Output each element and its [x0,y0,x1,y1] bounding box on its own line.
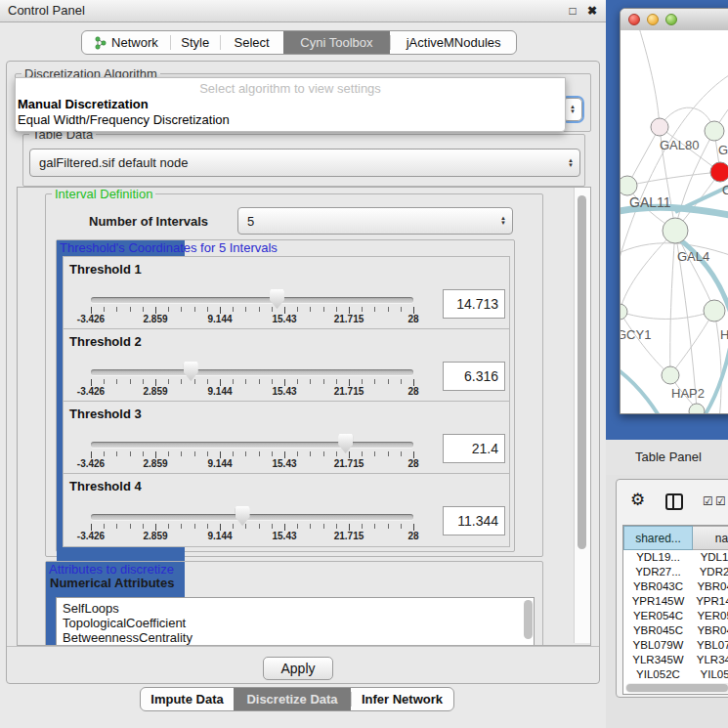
tab-style[interactable]: Style [171,31,220,54]
table-cell[interactable]: YBL079W [623,638,693,653]
node-label: HAP2 [671,386,705,401]
apply-button[interactable]: Apply [263,657,333,680]
threshold-3-slider-thumb[interactable] [338,434,353,453]
threshold-4-panel: Threshold 4 -3.4262.8599.14415.4321.7152… [63,473,510,547]
table-cell[interactable]: YDR27... [623,565,693,579]
attributes-list-scrollbar[interactable] [524,600,533,639]
algorithm-popup-prompt: Select algorithm to view settings [16,78,565,97]
tab-cyni-toolbox[interactable]: Cyni Toolbox [283,31,391,54]
table-cell[interactable]: YBL079W [693,638,728,653]
network-node[interactable] [689,404,705,413]
tab-impute-data[interactable]: Impute Data [141,688,234,710]
table-cell[interactable]: YBR043C [623,579,693,594]
table-row[interactable]: YBR045CYBR045C [623,623,728,638]
table-cell[interactable]: YIL052C [623,667,693,682]
threshold-2-value-field[interactable]: 6.316 [443,362,505,391]
threshold-3-slider-track[interactable] [91,442,413,448]
tab-select[interactable]: Select [221,31,283,54]
table-cell[interactable]: YBR045C [693,623,728,638]
network-node[interactable] [621,304,627,320]
threshold-2-slider-thumb[interactable] [184,362,198,381]
network-node[interactable] [621,176,637,195]
table-data-combobox[interactable]: galFiltered.sif default node ▲ ▼ [29,149,580,177]
network-node[interactable] [651,118,668,136]
network-node-selected[interactable] [710,162,728,182]
table-row[interactable]: YBR043CYBR043C [623,579,728,594]
column-header-shared-name[interactable]: shared... [623,526,693,550]
node-label: GCY1 [621,327,651,342]
gear-icon[interactable]: ⚙ [630,491,645,510]
apply-row-divider [7,646,599,647]
algorithm-option-manual[interactable]: Manual Discretization [16,97,565,112]
tab-jactivemnodules[interactable]: jActiveMNodules [391,31,516,54]
table-panel-title: Table Panel [606,440,728,475]
tab-discretize-data[interactable]: Discretize Data [234,688,351,710]
node-label: GA [718,143,728,157]
threshold-4-value-field[interactable]: 11.344 [443,506,505,535]
table-cell[interactable]: YPR145W [693,594,728,609]
table-row[interactable]: YER054CYER054C [623,609,728,623]
number-of-intervals-combobox[interactable]: 5 ▲ ▼ [237,207,513,235]
network-node[interactable] [663,218,688,243]
algorithm-combobox-button[interactable]: ▲ ▼ [563,98,582,121]
network-view-window: GAL80 GA C GAL11 GAL4 GCY1 H HAP2 [620,8,728,414]
table-row[interactable]: YDL19...YDL19... [623,550,728,565]
spinner-down-icon: ▼ [570,109,576,114]
close-window-icon[interactable]: ✖ [584,2,600,20]
threshold-1-slider-thumb[interactable] [270,289,284,309]
close-traffic-light-icon[interactable] [628,14,640,25]
column-header-name[interactable]: na [693,526,728,550]
minimize-traffic-light-icon[interactable] [647,14,659,25]
network-graph: GAL80 GA C GAL11 GAL4 GCY1 H HAP2 [621,30,728,413]
table-cell[interactable]: YPR145W [623,594,693,609]
network-node[interactable] [704,300,725,321]
algorithm-dropdown-popup: Select algorithm to view settings Manual… [15,77,566,132]
network-window-titlebar [621,9,728,31]
threshold-1-slider-track[interactable] [91,297,413,303]
table-row[interactable]: YPR145WYPR145W [623,594,728,609]
settings-vertical-scrollbar[interactable] [574,188,590,643]
table-cell[interactable]: YIL052C [693,667,728,682]
table-cell[interactable]: YLR345W [693,653,728,667]
table-scrollbar-thumb[interactable] [626,684,728,692]
list-item[interactable]: SelfLoops [57,601,534,616]
table-cell[interactable]: YDR27... [693,565,728,579]
split-column-icon[interactable] [665,493,683,510]
threshold-1-value-field[interactable]: 14.713 [443,289,505,319]
spinner-down-icon: ▼ [500,221,506,226]
algorithm-option-equal-width[interactable]: Equal Width/Frequency Discretization [16,112,565,128]
tab-network-label: Network [111,35,158,50]
table-cell[interactable]: YDL19... [693,550,728,565]
list-item[interactable]: BetweennessCentrality [57,630,534,645]
tab-network[interactable]: Network [82,31,170,54]
threshold-3-value-field[interactable]: 21.4 [443,434,505,463]
checkbox-icon[interactable]: ☑ [703,494,713,508]
network-node[interactable] [662,366,679,384]
threshold-2-slider-track[interactable] [91,369,413,375]
table-cell[interactable]: YDL19... [623,550,693,565]
table-row[interactable]: YBL079WYBL079W [623,638,728,653]
zoom-traffic-light-icon[interactable] [665,14,677,25]
table-cell[interactable]: YBR045C [623,623,693,638]
network-node[interactable] [705,121,724,141]
checkbox-icon[interactable]: ☑ [715,494,726,508]
control-panel-tabbar: Network Style Select Cyni Toolbox jActiv… [81,30,517,55]
list-item[interactable]: TopologicalCoefficient [57,616,534,630]
table-cell[interactable]: YER054C [623,609,693,623]
tab-discretize-data-label: Discretize Data [246,692,337,707]
table-row[interactable]: YIL052CYIL052C [623,667,728,682]
network-canvas[interactable]: GAL80 GA C GAL11 GAL4 GCY1 H HAP2 [621,30,728,413]
table-row[interactable]: YLR345WYLR345W [623,653,728,667]
table-horizontal-scrollbar[interactable] [625,683,728,693]
table-row[interactable]: YDR27...YDR27... [623,565,728,579]
table-cell[interactable]: YER054C [693,609,728,623]
attributes-group: Attributes to discretize Numerical Attri… [45,561,543,646]
table-cell[interactable]: YLR345W [623,653,693,667]
threshold-4-slider-track[interactable] [91,514,413,520]
node-label: C [722,183,728,197]
settings-scrollbar-thumb[interactable] [578,195,586,549]
table-cell[interactable]: YBR043C [693,579,728,594]
float-window-icon[interactable]: □ [565,2,580,20]
threshold-4-slider-thumb[interactable] [236,506,250,526]
tab-infer-network[interactable]: Infer Network [352,688,452,710]
